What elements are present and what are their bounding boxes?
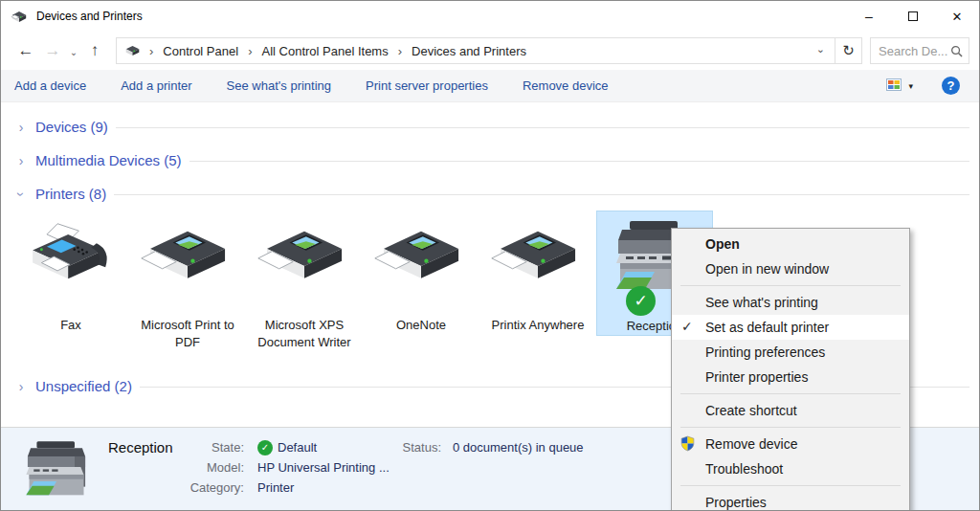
title-bar: Devices and Printers – ✕ bbox=[1, 1, 979, 32]
breadcrumb-devices-and-printers[interactable]: Devices and Printers bbox=[409, 44, 529, 58]
check-icon: ✓ bbox=[634, 291, 647, 311]
details-values-column: ✓ Default HP Universal Printing ... Prin… bbox=[257, 437, 397, 510]
search-icon bbox=[950, 45, 963, 57]
menu-separator bbox=[680, 485, 901, 486]
view-dropdown-arrow-icon: ▾ bbox=[908, 81, 913, 91]
category-value: Printer bbox=[257, 478, 397, 498]
breadcrumb-control-panel[interactable]: Control Panel bbox=[160, 44, 241, 58]
view-options-icon bbox=[886, 78, 902, 95]
state-label: State: bbox=[189, 437, 244, 457]
menu-item-open[interactable]: Open bbox=[672, 232, 909, 256]
status-value: 0 document(s) in queue bbox=[453, 437, 584, 457]
details-status-value-column: 0 document(s) in queue bbox=[453, 437, 584, 510]
group-label: Unspecified (2) bbox=[35, 378, 132, 394]
group-label: Multimedia Devices (5) bbox=[35, 152, 182, 168]
state-value: ✓ Default bbox=[257, 437, 397, 457]
breadcrumb-all-control-panel-items[interactable]: All Control Panel Items bbox=[258, 44, 390, 58]
change-view-button[interactable]: ▾ bbox=[886, 78, 913, 95]
group-divider bbox=[114, 194, 969, 195]
menu-separator bbox=[680, 393, 901, 394]
forward-button[interactable]: → bbox=[39, 41, 66, 60]
minimize-icon: – bbox=[865, 9, 873, 24]
default-printer-badge: ✓ bbox=[626, 286, 656, 316]
devices-and-printers-window: Devices and Printers – ✕ ← → ⌄ ↑ › Contr… bbox=[0, 0, 980, 511]
printer-app-icon bbox=[11, 10, 30, 24]
remove-device-button[interactable]: Remove device bbox=[523, 78, 609, 93]
printer-tile-microsoft-xps-document-writer[interactable]: Microsoft XPS Document Writer bbox=[246, 211, 363, 351]
up-button[interactable]: ↑ bbox=[81, 41, 108, 60]
menu-item-remove-device[interactable]: Remove device bbox=[672, 432, 909, 456]
selected-printer-image bbox=[20, 437, 95, 510]
printer-tile-label: Fax bbox=[60, 317, 81, 334]
printer-tile-label: Microsoft XPS Document Writer bbox=[254, 317, 355, 351]
window-title: Devices and Printers bbox=[36, 10, 143, 23]
menu-item-printer-properties[interactable]: Printer properties bbox=[672, 365, 909, 389]
breadcrumb-printer-icon bbox=[124, 44, 141, 57]
model-label: Model: bbox=[189, 457, 244, 478]
group-header-multimedia-devices[interactable]: › Multimedia Devices (5) bbox=[1, 144, 979, 177]
print-server-properties-button[interactable]: Print server properties bbox=[366, 78, 488, 93]
category-label: Category: bbox=[189, 478, 244, 498]
add-a-printer-button[interactable]: Add a printer bbox=[121, 78, 191, 93]
details-status-label-column: Status: bbox=[397, 437, 441, 510]
menu-item-properties[interactable]: Properties bbox=[672, 490, 909, 511]
menu-item-set-as-default-printer[interactable]: ✓ Set as default printer bbox=[672, 315, 909, 340]
minimize-button[interactable]: – bbox=[847, 1, 891, 32]
breadcrumb-separator[interactable]: › bbox=[143, 44, 160, 58]
group-divider bbox=[116, 127, 969, 128]
chevron-right-icon: › bbox=[14, 153, 28, 168]
help-icon: ? bbox=[947, 78, 955, 93]
search-box[interactable] bbox=[870, 37, 969, 64]
model-value: HP Universal Printing ... bbox=[257, 457, 397, 478]
group-header-devices[interactable]: › Devices (9) bbox=[1, 110, 979, 144]
checkmark-icon: ✓ bbox=[681, 319, 693, 334]
address-dropdown-chevron-icon[interactable]: ⌄ bbox=[813, 43, 829, 58]
printer-tile-label: Microsoft Print to PDF bbox=[137, 317, 238, 351]
printer-tile-label: Printix Anywhere bbox=[492, 317, 585, 334]
printer-tile-microsoft-print-to-pdf[interactable]: Microsoft Print to PDF bbox=[129, 211, 246, 351]
navigation-bar: ← → ⌄ ↑ › Control Panel › All Control Pa… bbox=[1, 32, 979, 70]
printer-icon bbox=[256, 222, 352, 297]
printer-icon bbox=[140, 222, 235, 297]
printer-context-menu: Open Open in new window See what's print… bbox=[671, 228, 910, 511]
menu-item-troubleshoot[interactable]: Troubleshoot bbox=[672, 456, 909, 481]
address-bar[interactable]: › Control Panel › All Control Panel Item… bbox=[116, 37, 835, 64]
default-check-icon: ✓ bbox=[257, 440, 273, 455]
close-icon: ✕ bbox=[952, 10, 963, 24]
menu-separator bbox=[680, 427, 901, 428]
menu-item-open-in-new-window[interactable]: Open in new window bbox=[672, 256, 909, 281]
menu-item-create-shortcut[interactable]: Create shortcut bbox=[672, 398, 909, 423]
recent-locations-chevron-icon[interactable]: ⌄ bbox=[66, 45, 81, 57]
back-button[interactable]: ← bbox=[12, 41, 39, 60]
chevron-right-icon: › bbox=[14, 379, 28, 394]
group-header-printers[interactable]: › Printers (8) bbox=[1, 177, 979, 211]
breadcrumb-separator[interactable]: › bbox=[391, 44, 409, 58]
group-divider bbox=[189, 161, 969, 162]
maximize-icon bbox=[908, 11, 918, 21]
fax-machine-icon bbox=[22, 220, 120, 299]
group-label: Printers (8) bbox=[35, 186, 106, 202]
uac-shield-icon bbox=[679, 435, 696, 452]
refresh-button[interactable]: ↻ bbox=[835, 37, 862, 64]
printer-icon bbox=[373, 222, 469, 297]
help-button[interactable]: ? bbox=[942, 77, 960, 95]
printer-tile-label: OneNote bbox=[396, 317, 446, 334]
add-a-device-button[interactable]: Add a device bbox=[14, 78, 86, 93]
command-toolbar: Add a device Add a printer See what's pr… bbox=[1, 70, 979, 102]
menu-item-see-whats-printing[interactable]: See what's printing bbox=[672, 290, 909, 315]
search-input[interactable] bbox=[879, 44, 950, 58]
menu-item-printing-preferences[interactable]: Printing preferences bbox=[672, 340, 909, 365]
maximize-button[interactable] bbox=[891, 1, 935, 32]
printer-icon bbox=[490, 222, 586, 297]
see-whats-printing-button[interactable]: See what's printing bbox=[227, 78, 331, 93]
breadcrumb-separator[interactable]: › bbox=[241, 44, 258, 58]
chevron-down-icon: › bbox=[13, 188, 29, 201]
close-button[interactable]: ✕ bbox=[935, 1, 979, 32]
printer-tile-fax[interactable]: Fax bbox=[12, 211, 129, 334]
status-label: Status: bbox=[397, 437, 441, 457]
chevron-right-icon: › bbox=[14, 120, 28, 135]
details-labels-column: State: Model: Category: bbox=[189, 437, 244, 510]
printer-tile-printix-anywhere[interactable]: Printix Anywhere bbox=[479, 211, 596, 334]
refresh-icon: ↻ bbox=[842, 42, 855, 59]
printer-tile-onenote[interactable]: OneNote bbox=[363, 211, 479, 334]
